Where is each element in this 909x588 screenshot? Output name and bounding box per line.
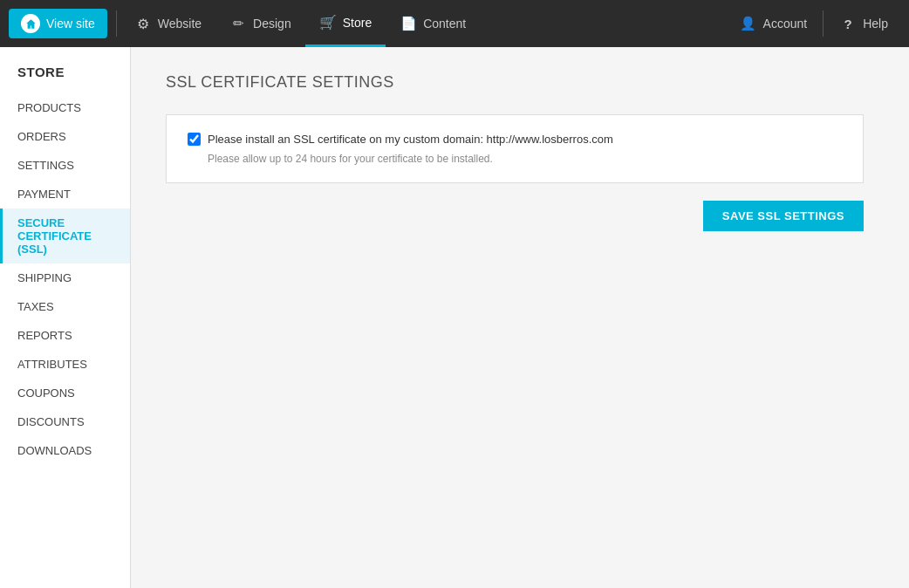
view-site-label: View site [46,17,95,31]
nav-right-section: Account Help [728,0,900,47]
sidebar-item-downloads[interactable]: DOWNLOADS [0,436,130,465]
sidebar-item-discounts[interactable]: DISCOUNTS [0,407,130,436]
sidebar-item-orders[interactable]: ORDERS [0,122,130,151]
nav-divider-right [823,10,824,37]
nav-content[interactable]: Content [386,0,480,47]
sidebar-item-products[interactable]: PRODUCTS [0,93,130,122]
ssl-hint-text: Please allow up to 24 hours for your cer… [188,153,842,165]
ssl-checkbox-row: Please install an SSL certificate on my … [188,133,842,146]
nav-divider [116,10,117,37]
help-icon [839,15,857,32]
user-icon [740,15,757,32]
sidebar-item-shipping[interactable]: SHIPPING [0,263,130,292]
sidebar-item-taxes[interactable]: TAXES [0,292,130,321]
ssl-install-checkbox[interactable] [188,133,201,146]
nav-account[interactable]: Account [728,0,820,47]
sidebar-item-reports[interactable]: REPORTS [0,321,130,350]
nav-website[interactable]: Website [120,0,215,47]
sidebar-item-settings[interactable]: SETTINGS [0,151,130,180]
save-button-area: SAVE SSL SETTINGS [166,201,864,231]
page-title: SSL CERTIFICATE SETTINGS [166,73,874,92]
gear-icon [134,15,152,32]
nav-help[interactable]: Help [827,0,900,47]
nav-design[interactable]: Design [215,0,305,47]
sidebar-item-secure-certificate[interactable]: SECURE CERTIFICATE (SSL) [0,209,130,263]
save-ssl-button[interactable]: SAVE SSL SETTINGS [703,201,864,231]
ssl-form-area: Please install an SSL certificate on my … [166,114,864,183]
top-navigation: View site Website Design Store Content A… [0,0,909,47]
sidebar-item-payment[interactable]: PAYMENT [0,180,130,209]
view-site-button[interactable]: View site [9,9,107,38]
cart-icon [319,14,337,31]
main-content: SSL CERTIFICATE SETTINGS Please install … [131,47,909,588]
pencil-icon [229,15,247,32]
sidebar-item-coupons[interactable]: COUPONS [0,379,130,407]
sidebar: STORE PRODUCTS ORDERS SETTINGS PAYMENT S… [0,47,131,588]
ssl-checkbox-label[interactable]: Please install an SSL certificate on my … [208,133,613,146]
home-icon [21,14,40,33]
main-layout: STORE PRODUCTS ORDERS SETTINGS PAYMENT S… [0,47,909,588]
sidebar-item-attributes[interactable]: ATTRIBUTES [0,350,130,379]
doc-icon [400,15,417,32]
nav-store[interactable]: Store [305,0,386,47]
sidebar-title: STORE [0,65,130,93]
